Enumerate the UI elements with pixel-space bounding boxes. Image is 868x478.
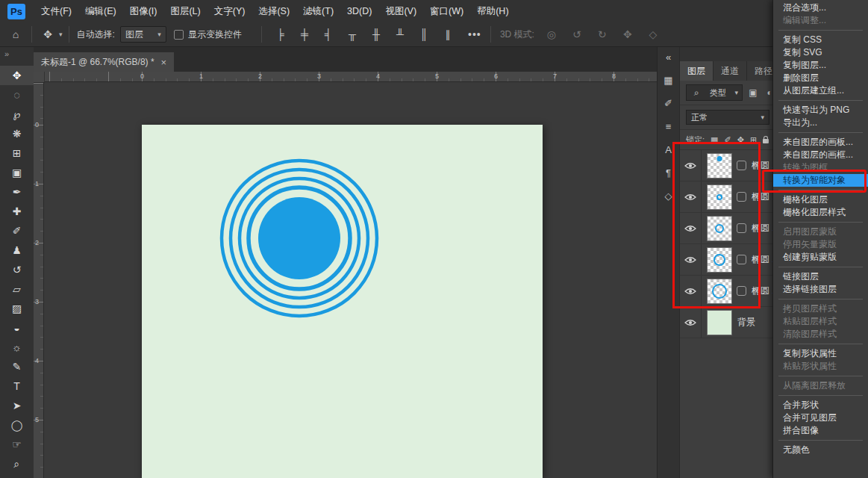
context-menu-item[interactable]: 从隔离图层释放 (773, 379, 868, 392)
3d-drag-icon[interactable]: ↻ (593, 28, 612, 40)
blend-mode-dropdown[interactable]: 正常 ▾ (686, 110, 769, 125)
context-menu-item[interactable]: 链接图层 (773, 270, 868, 283)
lasso-tool[interactable]: ℘ (0, 105, 34, 124)
context-menu-item[interactable]: 编辑调整... (773, 14, 868, 27)
layer-visibility-toggle[interactable] (680, 181, 702, 212)
3d-roll-icon[interactable]: ↺ (567, 28, 587, 40)
context-menu-item[interactable]: 来自图层的画板... (773, 136, 868, 149)
layer-visibility-toggle[interactable] (680, 213, 702, 243)
close-icon[interactable]: × (161, 57, 167, 68)
context-menu-item[interactable]: 拷贝图层样式 (773, 302, 868, 315)
marquee-tool[interactable]: ◌ (0, 85, 34, 105)
context-menu-item[interactable]: 混合选项... (773, 1, 868, 14)
3d-panel-icon[interactable]: ◇ (665, 190, 672, 203)
clone-stamp-tool[interactable]: ♟ (0, 240, 34, 260)
context-menu-item[interactable]: 粘贴图层样式 (773, 315, 868, 328)
hand-tool[interactable]: ☞ (0, 435, 34, 454)
menubar-item[interactable]: 帮助(H) (470, 0, 515, 22)
context-menu-item[interactable]: 合并可见图层 (773, 412, 868, 424)
align-vertical-centers-icon[interactable]: ╫ (366, 28, 386, 40)
context-menu-item[interactable]: 删除图层 (773, 72, 868, 84)
pasteboard[interactable] (44, 82, 657, 478)
expand-panels-icon[interactable]: « (666, 51, 671, 64)
history-brush-tool[interactable]: ↺ (0, 260, 34, 279)
frame-tool[interactable]: ▣ (0, 163, 34, 182)
brush-settings-panel-icon[interactable]: ✐ (664, 97, 672, 111)
context-menu-item[interactable]: 创建剪贴蒙版 (773, 251, 868, 264)
shape-tool[interactable]: ◯ (0, 415, 34, 435)
context-menu-item[interactable]: 合并形状 (773, 399, 868, 412)
paragraph-panel-icon[interactable]: ¶ (666, 167, 671, 180)
context-menu-item[interactable]: 导出为... (773, 117, 868, 129)
layer-visibility-toggle[interactable] (680, 276, 702, 306)
context-menu-item[interactable]: 启用图层蒙版 (773, 226, 868, 238)
layer-visibility-toggle[interactable] (680, 307, 702, 338)
context-menu-item[interactable]: 转换为智能对象 (773, 174, 868, 187)
eraser-tool[interactable]: ▱ (0, 279, 34, 299)
type-tool[interactable]: T (0, 376, 34, 396)
lock-transparent-pixels-icon[interactable]: ▦ (711, 135, 718, 145)
context-menu-item[interactable]: 清除图层样式 (773, 328, 868, 341)
context-menu-item[interactable]: 来自图层的画框... (773, 149, 868, 161)
filter-type-dropdown[interactable]: ⌕ 类型 ▾ (686, 84, 743, 101)
layer-visibility-toggle[interactable] (680, 150, 702, 181)
menubar-item[interactable]: 编辑(E) (78, 0, 123, 22)
distribute-horizontal-icon[interactable]: ║ (414, 28, 434, 40)
align-right-edges-icon[interactable]: ╡ (319, 28, 338, 40)
quick-select-tool[interactable]: ❋ (0, 124, 34, 143)
panel-tab[interactable]: 图层 (680, 61, 714, 81)
move-tool-preset[interactable]: ✥ ▾ (38, 28, 63, 40)
home-icon[interactable]: ⌂ (6, 28, 25, 40)
context-menu-item[interactable]: 复制 SVG (773, 46, 868, 59)
menubar-item[interactable]: 文字(Y) (207, 0, 252, 22)
layer-thumbnail[interactable] (707, 310, 732, 335)
context-menu-item[interactable]: 粘贴形状属性 (773, 360, 868, 373)
layer-thumbnail[interactable] (707, 184, 732, 210)
menubar-item[interactable]: 窗口(W) (423, 0, 470, 22)
lock-image-pixels-icon[interactable]: ✐ (724, 135, 731, 145)
context-menu-item[interactable]: 拼合图像 (773, 424, 868, 437)
eyedropper-tool[interactable]: ✒ (0, 182, 34, 202)
pen-tool[interactable]: ✎ (0, 357, 34, 376)
context-menu-item[interactable]: 无颜色 (773, 444, 868, 456)
distribute-vertical-icon[interactable]: ∥ (438, 28, 458, 40)
layer-thumbnail[interactable] (707, 216, 732, 241)
context-menu-item[interactable]: 转换为图框 (773, 161, 868, 174)
lock-position-icon[interactable]: ✥ (737, 135, 744, 145)
character-panel-icon[interactable]: A (665, 143, 672, 157)
align-top-edges-icon[interactable]: ╥ (343, 28, 362, 40)
context-menu-item[interactable]: 栅格化图层 (773, 193, 868, 206)
lock-all-icon[interactable] (763, 139, 769, 143)
zoom-tool[interactable]: ⌕ (0, 454, 34, 474)
context-menu-item[interactable]: 复制 CSS (773, 34, 868, 46)
document-tab[interactable]: 未标题-1 @ 66.7%(RGB/8) * × (34, 52, 174, 72)
context-menu-item[interactable]: 从图层建立组... (773, 84, 868, 97)
menubar-item[interactable]: 滤镜(T) (296, 0, 340, 22)
menubar-item[interactable]: 选择(S) (252, 0, 296, 22)
gradient-tool[interactable]: ▨ (0, 299, 34, 318)
menubar-item[interactable]: 图层(L) (163, 0, 207, 22)
3d-scale-icon[interactable]: ◇ (643, 28, 663, 40)
menubar-item[interactable]: 视图(V) (378, 0, 423, 22)
canvas[interactable] (142, 125, 543, 478)
path-select-tool[interactable]: ➤ (0, 396, 34, 415)
3d-slide-icon[interactable]: ✥ (618, 28, 637, 40)
horizontal-ruler[interactable]: 012345678 (34, 72, 657, 82)
align-bottom-edges-icon[interactable]: ╨ (390, 28, 410, 40)
vertical-ruler[interactable]: 012345 (34, 82, 44, 478)
show-transform-checkbox[interactable] (174, 30, 184, 40)
context-menu-item[interactable]: 复制图层... (773, 59, 868, 72)
blur-tool[interactable]: ◒ (0, 318, 34, 338)
context-menu-item[interactable]: 选择链接图层 (773, 283, 868, 296)
brush-tool[interactable]: ✐ (0, 221, 34, 240)
panel-tab[interactable]: 通道 (714, 61, 747, 81)
move-tool[interactable]: ✥ (0, 66, 34, 85)
crop-tool[interactable]: ⊞ (0, 143, 34, 163)
context-menu-item[interactable]: 复制形状属性 (773, 347, 868, 360)
layer-thumbnail[interactable] (707, 247, 732, 273)
collapse-toolbar-icon[interactable]: » (0, 46, 34, 66)
swatches-panel-icon[interactable]: ▦ (664, 74, 672, 87)
menubar-item[interactable]: 文件(F) (34, 0, 78, 22)
align-horizontal-centers-icon[interactable]: ╪ (295, 28, 314, 40)
menubar-item[interactable]: 图像(I) (123, 0, 164, 22)
